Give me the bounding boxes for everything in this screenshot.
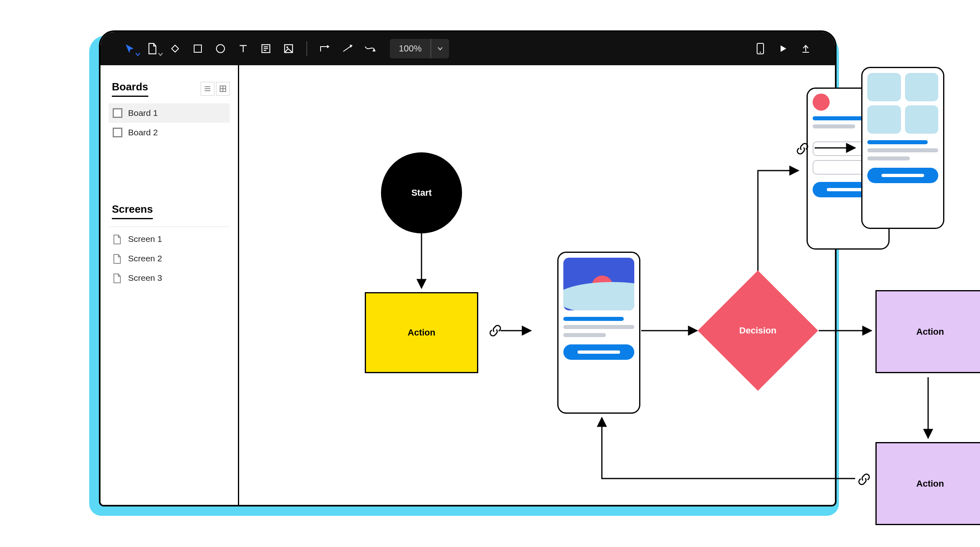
action-node[interactable]: Action (365, 292, 478, 373)
screen-label: Screen 3 (128, 273, 162, 283)
link-icon[interactable] (855, 470, 873, 488)
mockup-text-line (867, 140, 928, 144)
mockup-text-line (867, 156, 910, 160)
decision-label: Decision (739, 325, 777, 336)
screens-heading: Screens (112, 203, 153, 219)
action-label: Action (916, 479, 944, 489)
screen-item[interactable]: Screen 1 (109, 229, 230, 249)
screens-list: Screen 1 Screen 2 Screen 3 (109, 229, 230, 288)
curve-connector-tool[interactable] (361, 39, 380, 58)
straight-connector-tool[interactable] (338, 39, 357, 58)
selection-tool[interactable] (120, 39, 139, 58)
start-node[interactable]: Start (381, 152, 462, 233)
boards-heading: Boards (112, 81, 148, 97)
link-icon[interactable] (794, 140, 811, 158)
toolbar: 100% (101, 32, 835, 65)
elbow-connector-tool[interactable] (315, 39, 335, 58)
svg-point-5 (287, 47, 288, 48)
action-label: Action (916, 327, 944, 337)
mockup-text-line (563, 333, 606, 337)
board-item[interactable]: Board 2 (109, 123, 230, 142)
svg-point-2 (216, 45, 225, 53)
board-icon (113, 108, 122, 118)
svg-rect-1 (194, 45, 201, 52)
zoom-dropdown[interactable] (430, 39, 449, 58)
mockup-tile (867, 73, 901, 101)
app-window: 100% Boards (99, 30, 837, 506)
page-icon (113, 254, 122, 263)
mockup-text-line (867, 148, 938, 152)
mockup-cta-button (563, 344, 634, 360)
link-icon[interactable] (486, 322, 504, 340)
upload-button[interactable] (796, 39, 815, 58)
action-node[interactable]: Action (875, 442, 980, 525)
svg-rect-0 (172, 45, 179, 52)
list-view-toggle[interactable] (201, 82, 214, 96)
mockup-text-line (563, 317, 624, 321)
note-tool[interactable] (256, 39, 276, 58)
page-icon (113, 273, 122, 283)
mockup-cta-button (867, 168, 938, 183)
screen-label: Screen 2 (128, 254, 162, 263)
mockup-tile (905, 105, 939, 134)
sidebar: Boards Board 1 (101, 65, 239, 505)
zoom-control[interactable]: 100% (390, 39, 449, 58)
mockup-text-line (813, 124, 855, 128)
diamond-shape-tool[interactable] (165, 39, 185, 58)
grid-view-toggle[interactable] (216, 82, 230, 96)
toolbar-separator (306, 41, 307, 56)
board-label: Board 2 (128, 128, 158, 137)
action-node[interactable]: Action (875, 290, 980, 373)
page-icon (113, 234, 122, 244)
play-button[interactable] (773, 39, 793, 58)
start-label: Start (411, 188, 432, 198)
mockup-hero-image (563, 258, 634, 310)
board-label: Board 1 (128, 108, 158, 118)
svg-point-7 (760, 52, 761, 53)
new-file-tool[interactable] (143, 39, 162, 58)
screen-item[interactable]: Screen 3 (109, 268, 230, 288)
mockup-tile (867, 105, 901, 134)
action-label: Action (408, 327, 435, 338)
board-icon (113, 128, 122, 137)
ellipse-shape-tool[interactable] (211, 39, 230, 58)
text-tool[interactable] (233, 39, 253, 58)
decision-node[interactable]: Decision (715, 288, 800, 373)
mockup-tile (905, 73, 939, 101)
device-preview-button[interactable] (751, 39, 770, 58)
boards-list: Board 1 Board 2 (109, 103, 230, 142)
connector (815, 140, 863, 156)
screen-mockup[interactable] (557, 252, 640, 414)
screen-item[interactable]: Screen 2 (109, 249, 230, 268)
image-tool[interactable] (279, 39, 298, 58)
screen-mockup[interactable] (861, 67, 944, 229)
mockup-text-line (563, 325, 634, 329)
screen-label: Screen 1 (128, 234, 162, 244)
canvas[interactable]: Start Action (239, 65, 835, 505)
mockup-avatar (813, 94, 830, 111)
board-item[interactable]: Board 1 (109, 103, 230, 123)
rectangle-shape-tool[interactable] (188, 39, 208, 58)
zoom-value: 100% (390, 43, 430, 54)
